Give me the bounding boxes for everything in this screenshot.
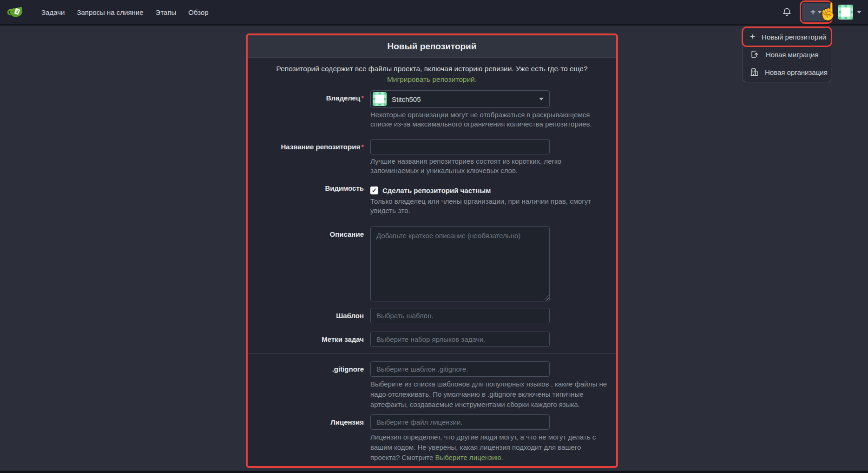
menu-item-new-organization[interactable]: Новая организация xyxy=(743,63,831,81)
chevron-down-icon xyxy=(857,11,861,13)
owner-label: Владелец* xyxy=(248,90,370,129)
nav-link-pull-requests[interactable]: Запросы на слияние xyxy=(71,8,149,16)
owner-selected-value: Stitch505 xyxy=(392,95,421,103)
gitea-screen: Задачи Запросы на слияние Этапы Обзор + xyxy=(0,0,868,473)
plus-icon: + xyxy=(810,7,816,18)
owner-avatar xyxy=(373,92,387,106)
template-input[interactable] xyxy=(370,308,550,323)
license-help-text: Лицензия определяет, что другие люди мог… xyxy=(370,432,607,463)
gitea-logo-icon[interactable] xyxy=(7,5,24,20)
intro-text: Репозиторий содержит все файлы проекта, … xyxy=(264,63,600,85)
description-textarea[interactable] xyxy=(370,227,550,301)
required-asterisk: * xyxy=(361,143,364,151)
menu-item-label: Новая организация xyxy=(765,68,828,76)
menu-item-new-repository[interactable]: + Новый репозиторий xyxy=(743,28,831,46)
gitignore-input[interactable] xyxy=(370,361,550,377)
choose-license-link[interactable]: Выберите лицензию. xyxy=(435,453,503,461)
nav-link-issues[interactable]: Задачи xyxy=(35,8,71,16)
visibility-row: Видимость ✓ Сделать репозиторий частным … xyxy=(248,184,616,215)
chevron-down-icon xyxy=(817,11,822,13)
notifications-bell-icon[interactable] xyxy=(782,7,792,17)
nav-link-milestones[interactable]: Этапы xyxy=(150,8,183,16)
template-row: Шаблон xyxy=(248,308,616,323)
license-label: Лицензия xyxy=(248,414,370,463)
license-field: Лицензия определяет, что другие люди мог… xyxy=(370,414,610,463)
migration-icon xyxy=(750,50,759,59)
description-field xyxy=(370,227,610,301)
user-avatar xyxy=(838,5,853,20)
plus-icon: + xyxy=(750,32,755,42)
required-asterisk: * xyxy=(361,94,364,102)
gitignore-field: Выберите из списка шаблонов для популярн… xyxy=(370,361,610,410)
gitignore-help-text: Выберите из списка шаблонов для популярн… xyxy=(370,379,607,410)
private-checkbox-label[interactable]: Сделать репозиторий частным xyxy=(382,187,491,194)
section-divider xyxy=(248,353,616,354)
gitignore-label: .gitignore xyxy=(248,361,370,410)
owner-help-text: Некоторые организации могут не отображат… xyxy=(370,110,607,129)
repo-name-label: Название репозитория* xyxy=(248,139,370,175)
repo-name-help-text: Лучшие названия репозиториев состоят из … xyxy=(370,157,607,175)
gitignore-row: .gitignore Выберите из списка шаблонов д… xyxy=(248,361,616,410)
visibility-field: ✓ Сделать репозиторий частным Только вла… xyxy=(370,184,610,215)
description-label: Описание xyxy=(248,227,370,301)
repo-name-label-text: Название репозитория xyxy=(281,143,361,151)
template-label: Шаблон xyxy=(248,308,370,323)
chevron-down-icon xyxy=(539,98,544,100)
owner-select[interactable]: Stitch505 xyxy=(370,90,550,108)
create-new-button[interactable]: + xyxy=(802,3,830,21)
issue-labels-row: Метки задач xyxy=(248,332,616,347)
repo-name-row: Название репозитория* Лучшие названия ре… xyxy=(248,139,616,175)
repo-name-input[interactable] xyxy=(370,139,550,154)
nav-link-explore[interactable]: Обзор xyxy=(182,8,214,16)
panel-body: Репозиторий содержит все файлы проекта, … xyxy=(248,58,616,463)
private-checkbox-line: ✓ Сделать репозиторий частным xyxy=(370,187,610,194)
intro-text-main: Репозиторий содержит все файлы проекта, … xyxy=(276,65,587,73)
template-field xyxy=(370,308,610,323)
navbar-right-group: + xyxy=(782,3,861,21)
top-navbar: Задачи Запросы на слияние Этапы Обзор + xyxy=(0,0,868,26)
license-input[interactable] xyxy=(370,414,550,430)
owner-label-text: Владелец xyxy=(326,94,360,102)
menu-item-label: Новый репозиторий xyxy=(762,33,826,41)
migrate-repository-link[interactable]: Мигрировать репозиторий. xyxy=(387,75,477,83)
viewport-bottom-strip xyxy=(0,471,868,473)
menu-item-label: Новая миграция xyxy=(766,51,819,59)
repo-name-field: Лучшие названия репозиториев состоят из … xyxy=(370,139,610,175)
visibility-label: Видимость xyxy=(248,184,370,215)
user-avatar-menu[interactable] xyxy=(838,5,861,20)
owner-field: Stitch505 Некоторые организации могут не… xyxy=(370,90,610,129)
license-row: Лицензия Лицензия определяет, что другие… xyxy=(248,414,616,463)
issue-labels-field xyxy=(370,332,610,347)
issue-labels-input[interactable] xyxy=(370,332,550,347)
issue-labels-label: Метки задач xyxy=(248,332,370,347)
new-repository-panel: Новый репозиторий Репозиторий содержит в… xyxy=(246,33,618,468)
panel-title: Новый репозиторий xyxy=(248,35,616,58)
organization-icon xyxy=(750,68,758,76)
menu-item-new-migration[interactable]: Новая миграция xyxy=(743,46,831,63)
create-new-dropdown-menu: + Новый репозиторий Новая миграция xyxy=(743,27,831,82)
visibility-help-text: Только владелец или члены организации, п… xyxy=(370,197,607,215)
description-row: Описание xyxy=(248,227,616,301)
owner-row: Владелец* xyxy=(248,90,616,129)
private-checkbox[interactable]: ✓ xyxy=(370,187,378,194)
